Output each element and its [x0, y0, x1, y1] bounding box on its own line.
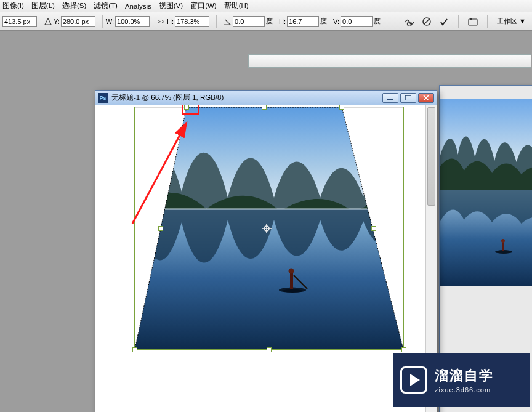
svg-line-2	[424, 19, 429, 24]
options-bar: Y: W: H: 度 H: 度 V: 度	[0, 12, 532, 31]
transform-handle-tr[interactable]	[339, 105, 344, 110]
w-label: W:	[106, 18, 114, 25]
menu-window[interactable]: 窗口(W)	[190, 1, 217, 10]
separator	[216, 15, 217, 28]
svg-rect-8	[502, 242, 504, 251]
angle-icon	[224, 18, 231, 25]
svg-rect-4	[470, 18, 472, 20]
x-input[interactable]	[2, 16, 37, 27]
cancel-icon[interactable]	[421, 15, 433, 28]
svg-rect-11	[405, 95, 411, 100]
menu-filter[interactable]: 滤镜(T)	[94, 1, 118, 10]
vskew-input[interactable]	[341, 16, 373, 27]
document-tab-strip[interactable]	[248, 54, 531, 68]
svg-point-9	[501, 239, 505, 243]
watermark-brand: 溜溜自学	[435, 366, 494, 385]
menu-select[interactable]: 选择(S)	[62, 1, 86, 10]
link-icon[interactable]	[155, 17, 165, 26]
transform-handle-tm[interactable]	[262, 105, 267, 110]
menu-layer[interactable]: 图层(L)	[31, 1, 55, 10]
transform-handle-mr[interactable]	[371, 226, 376, 231]
maximize-button[interactable]	[400, 93, 416, 103]
menu-view[interactable]: 视图(V)	[159, 1, 183, 10]
angle-unit: 度	[266, 17, 273, 26]
svg-rect-3	[469, 19, 477, 25]
hskew-input[interactable]	[287, 16, 319, 27]
separator	[102, 15, 103, 28]
document-window: Ps 无标题-1 @ 66.7% (图层 1, RGB/8)	[95, 90, 437, 412]
transform-handle-bl[interactable]	[132, 347, 137, 352]
secondary-canvas[interactable]	[440, 99, 532, 286]
workspace-label: 工作区 ▼	[497, 17, 526, 26]
angle-input[interactable]	[233, 16, 265, 27]
annotation-highlight-box	[182, 105, 200, 115]
h-input[interactable]	[175, 16, 209, 27]
title-bar[interactable]: Ps 无标题-1 @ 66.7% (图层 1, RGB/8)	[95, 91, 437, 105]
ps-app-icon: Ps	[98, 93, 108, 103]
y-input[interactable]	[61, 16, 95, 27]
y-label: Y:	[54, 18, 60, 25]
landscape-image	[440, 99, 532, 286]
svg-rect-10	[387, 99, 393, 100]
scrollbar-thumb[interactable]	[427, 107, 435, 206]
launch-bridge-icon[interactable]	[467, 15, 479, 28]
minimize-button[interactable]	[382, 93, 398, 103]
watermark-url: zixue.3d66.com	[435, 386, 494, 394]
transform-bounding-box[interactable]	[134, 107, 404, 350]
menu-analysis[interactable]: Analysis	[125, 2, 151, 10]
commit-icon[interactable]	[438, 15, 450, 28]
play-icon	[400, 366, 427, 394]
hskew-unit: 度	[320, 17, 327, 26]
menu-image[interactable]: 图像(I)	[2, 1, 24, 10]
menu-bar: 图像(I) 图层(L) 选择(S) 滤镜(T) Analysis 视图(V) 窗…	[0, 0, 532, 12]
workspace-menu[interactable]: 工作区 ▼	[496, 17, 527, 26]
document-title: 无标题-1 @ 66.7% (图层 1, RGB/8)	[111, 93, 381, 102]
watermark: 溜溜自学 zixue.3d66.com	[393, 353, 530, 407]
separator	[487, 15, 488, 28]
h-label: H:	[167, 18, 174, 25]
close-button[interactable]	[418, 93, 434, 103]
hskew-label: H:	[279, 18, 286, 25]
vskew-label: V:	[333, 18, 339, 25]
document-canvas[interactable]	[95, 105, 425, 412]
transform-handle-bm[interactable]	[267, 347, 272, 352]
separator	[458, 15, 459, 28]
warp-icon[interactable]	[403, 15, 416, 28]
reference-point-icon[interactable]	[44, 18, 52, 25]
menu-help[interactable]: 帮助(H)	[224, 1, 249, 10]
vskew-unit: 度	[374, 17, 381, 26]
transform-handle-ml[interactable]	[158, 226, 163, 231]
transform-handle-br[interactable]	[401, 347, 406, 352]
w-input[interactable]	[115, 16, 150, 27]
